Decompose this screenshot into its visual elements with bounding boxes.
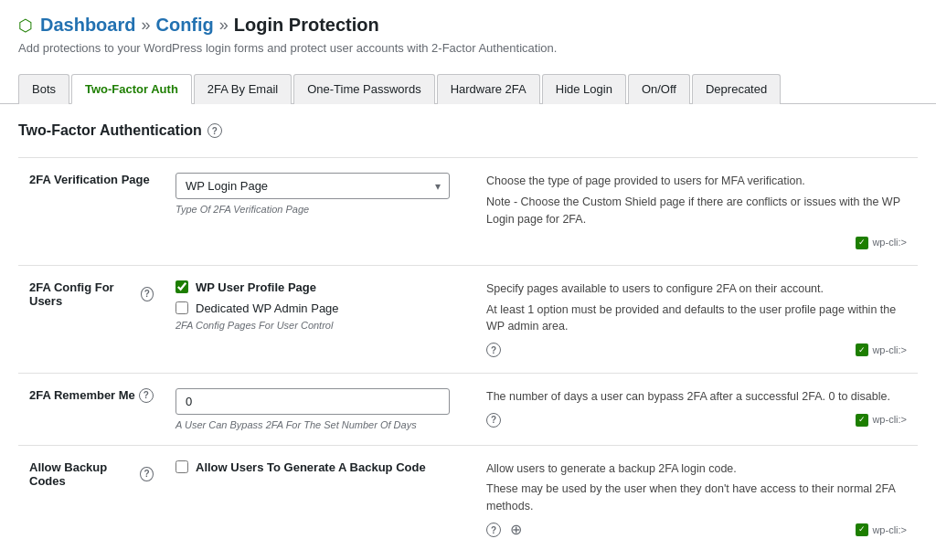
desc-line-2: Note - Choose the Custom Shield page if … <box>486 194 907 228</box>
page-subtitle: Add protections to your WordPress login … <box>18 41 918 55</box>
desc-footer-left-4: ? ⊕ <box>486 523 856 537</box>
remember-label-text: 2FA Remember Me <box>29 388 135 402</box>
hint-config-for-users: 2FA Config Pages For User Control <box>176 320 464 331</box>
checkbox-dedicated-admin[interactable] <box>176 301 188 314</box>
row-backup-codes: Allow Backup Codes ? Allow Users To Gene… <box>18 445 918 552</box>
section-help-icon[interactable]: ? <box>207 123 222 138</box>
row-verification-page: 2FA Verification Page WP Login Page Cust… <box>18 158 918 266</box>
page-wrapper: ⬡ Dashboard » Config » Login Protection … <box>0 0 936 560</box>
wp-cli-text-2: wp-cli:> <box>872 343 907 358</box>
wp-cli-text-3: wp-cli:> <box>872 412 907 428</box>
wp-cli-badge-3: ✓ wp-cli:> <box>856 412 907 428</box>
breadcrumb-sep-2: » <box>219 16 229 35</box>
desc-line-1: Choose the type of page provided to user… <box>486 173 907 190</box>
checkbox-label-backup[interactable]: Allow Users To Generate A Backup Code <box>196 460 426 474</box>
remember-me-input[interactable] <box>176 388 450 415</box>
label-text-config: 2FA Config For Users ? <box>29 280 154 308</box>
tab-on-off[interactable]: On/Off <box>628 74 690 104</box>
section-title: Two-Factor Authentication ? <box>18 122 918 139</box>
control-backup-codes: Allow Users To Generate A Backup Code <box>165 445 475 552</box>
section-title-text: Two-Factor Authentication <box>18 122 202 139</box>
desc-backup-line-2: These may be used by the user when they … <box>486 481 907 515</box>
desc-footer-1: ✓ wp-cli:> <box>486 235 907 250</box>
checkbox-group-config: WP User Profile Page Dedicated WP Admin … <box>176 280 464 315</box>
label-text-verification: 2FA Verification Page <box>29 173 150 186</box>
checkbox-label-dedicated-admin[interactable]: Dedicated WP Admin Page <box>196 301 339 315</box>
check-icon-3: ✓ <box>856 414 868 427</box>
label-verification-page: 2FA Verification Page <box>18 158 165 266</box>
desc-config-line-2: At least 1 option must be provided and d… <box>486 301 907 336</box>
checkbox-item-backup: Allow Users To Generate A Backup Code <box>176 460 464 474</box>
desc-backup-line-1: Allow users to generate a backup 2FA log… <box>486 460 907 478</box>
desc-footer-4: ? ⊕ ✓ wp-cli:> <box>486 523 907 538</box>
desc-backup-codes: Allow users to generate a backup 2FA log… <box>475 445 918 552</box>
tab-2fa-by-email[interactable]: 2FA By Email <box>194 74 292 104</box>
label-text-backup: Allow Backup Codes ? <box>29 460 154 488</box>
desc-help-icon-2[interactable]: ? <box>486 343 501 357</box>
breadcrumb-sep-1: » <box>141 16 150 35</box>
label-text-remember: 2FA Remember Me ? <box>29 388 154 403</box>
desc-remember-line-1: The number of days a user can bypass 2FA… <box>486 388 907 406</box>
wp-cli-text-4: wp-cli:> <box>872 523 907 538</box>
desc-footer-3: ? ✓ wp-cli:> <box>486 412 907 428</box>
check-icon-2: ✓ <box>856 343 868 356</box>
settings-table: 2FA Verification Page WP Login Page Cust… <box>18 157 918 552</box>
checkbox-item-dedicated-admin: Dedicated WP Admin Page <box>176 301 464 315</box>
control-config-for-users: WP User Profile Page Dedicated WP Admin … <box>165 265 475 373</box>
desc-help-icon-3[interactable]: ? <box>486 413 501 428</box>
wp-logo-icon: ⊕ <box>508 523 523 537</box>
backup-label-text: Allow Backup Codes <box>29 460 136 488</box>
tab-two-factor-auth[interactable]: Two-Factor Auth <box>71 74 192 104</box>
check-icon-4: ✓ <box>856 523 868 536</box>
tab-hardware-2fa[interactable]: Hardware 2FA <box>437 74 540 104</box>
remember-help-icon[interactable]: ? <box>139 388 154 403</box>
desc-footer-left-2: ? <box>486 343 856 357</box>
label-remember-me: 2FA Remember Me ? <box>18 373 165 445</box>
select-wrapper-verification: WP Login Page Custom Shield Page ▾ <box>176 173 450 199</box>
row-remember-me: 2FA Remember Me ? A User Can Bypass 2FA … <box>18 373 918 445</box>
verification-page-select[interactable]: WP Login Page Custom Shield Page <box>176 173 450 199</box>
desc-config-for-users: Specify pages available to users to conf… <box>475 265 918 373</box>
main-content: Two-Factor Authentication ? 2FA Verifica… <box>0 104 936 560</box>
desc-config-line-1: Specify pages available to users to conf… <box>486 280 907 298</box>
label-config-for-users: 2FA Config For Users ? <box>18 265 165 373</box>
checkbox-backup-code[interactable] <box>176 460 188 473</box>
row-config-for-users: 2FA Config For Users ? WP User Profile P… <box>18 265 918 373</box>
label-backup-codes: Allow Backup Codes ? <box>18 445 165 552</box>
desc-help-icon-4[interactable]: ? <box>486 523 501 537</box>
breadcrumb-current: Login Protection <box>234 15 379 36</box>
breadcrumb: ⬡ Dashboard » Config » Login Protection <box>18 15 918 36</box>
dashboard-link[interactable]: Dashboard <box>40 15 135 36</box>
checkbox-item-wp-user-profile: WP User Profile Page <box>176 280 464 294</box>
shield-icon: ⬡ <box>18 16 33 36</box>
control-remember-me: A User Can Bypass 2FA For The Set Number… <box>165 373 475 445</box>
desc-footer-2: ? ✓ wp-cli:> <box>486 343 907 358</box>
tabs-bar: Bots Two-Factor Auth 2FA By Email One-Ti… <box>0 73 936 104</box>
config-help-icon[interactable]: ? <box>141 287 154 301</box>
page-header: ⬡ Dashboard » Config » Login Protection … <box>0 0 936 73</box>
hint-verification-page: Type Of 2FA Verification Page <box>176 204 464 215</box>
desc-footer-left-3: ? <box>486 413 856 428</box>
desc-verification-page: Choose the type of page provided to user… <box>475 158 918 266</box>
wp-cli-badge-4: ✓ wp-cli:> <box>856 523 907 538</box>
tab-one-time-passwords[interactable]: One-Time Passwords <box>293 74 435 104</box>
wp-cli-badge-1: ✓ wp-cli:> <box>856 235 907 250</box>
backup-help-icon[interactable]: ? <box>140 467 154 481</box>
wp-cli-text-1: wp-cli:> <box>872 235 907 250</box>
checkbox-wp-user-profile[interactable] <box>176 280 188 293</box>
check-icon-1: ✓ <box>856 237 868 249</box>
checkbox-label-wp-user-profile[interactable]: WP User Profile Page <box>196 280 316 294</box>
desc-remember-me: The number of days a user can bypass 2FA… <box>475 373 918 445</box>
config-label-text: 2FA Config For Users <box>29 280 137 308</box>
control-verification-page: WP Login Page Custom Shield Page ▾ Type … <box>165 158 475 266</box>
hint-remember-me: A User Can Bypass 2FA For The Set Number… <box>176 419 464 430</box>
config-link[interactable]: Config <box>155 15 213 36</box>
tab-hide-login[interactable]: Hide Login <box>542 74 626 104</box>
tab-bots[interactable]: Bots <box>18 74 69 104</box>
tab-deprecated[interactable]: Deprecated <box>692 74 781 104</box>
wp-cli-badge-2: ✓ wp-cli:> <box>856 343 907 358</box>
